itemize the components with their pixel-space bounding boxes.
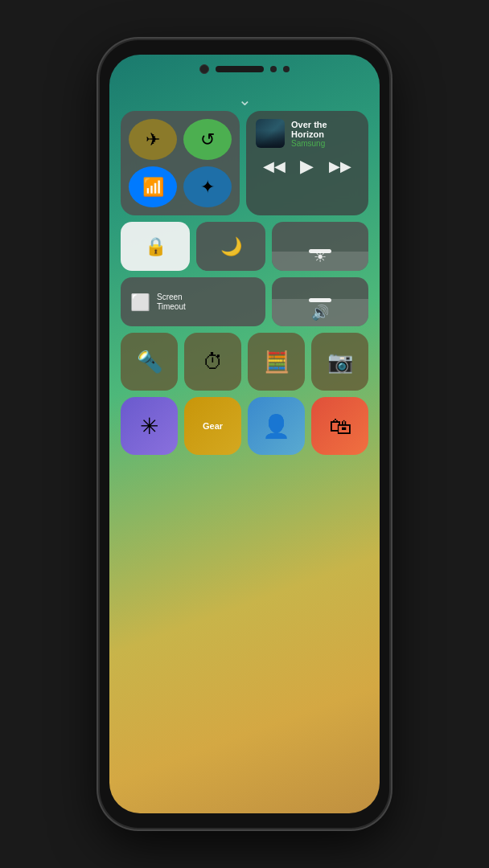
chevron-down-icon[interactable]: ⌄ bbox=[238, 90, 252, 109]
utilities-row: 🔦 ⏱ 🧮 📷 bbox=[121, 333, 368, 391]
timer-icon: ⏱ bbox=[203, 350, 224, 375]
top-row: ✈ ↺ 📶 ✦ bbox=[121, 111, 368, 215]
phone-device: ⌄ ✈ ↺ 📶 ✦ bbox=[100, 40, 389, 828]
sliders-panel: ☀ 🔊 bbox=[272, 222, 368, 326]
galaxy-icon: 👤 bbox=[262, 413, 290, 440]
calculator-icon: 🧮 bbox=[264, 350, 290, 375]
volume-handle[interactable] bbox=[309, 298, 331, 302]
screen-timeout-button[interactable]: ⬜ Screen Timeout bbox=[121, 277, 265, 326]
lock-rotate-button[interactable]: 🔒 bbox=[121, 222, 190, 271]
lock-rotate-icon: 🔒 bbox=[145, 236, 166, 257]
airplane-icon: ✈ bbox=[146, 129, 160, 150]
apps-row: ✳ Gear 👤 🛍 bbox=[121, 397, 368, 455]
flashlight-button[interactable]: 🔦 bbox=[121, 333, 178, 391]
bixby-icon: ✳ bbox=[140, 413, 158, 440]
volume-icon: 🔊 bbox=[311, 304, 329, 321]
gear-app-label: Gear bbox=[203, 421, 223, 431]
middle-row: 🔒 🌙 ⬜ Screen Timeout ☀ bbox=[121, 222, 368, 326]
phone-top-bar bbox=[109, 55, 380, 84]
flashlight-icon: 🔦 bbox=[137, 350, 162, 375]
media-play-button[interactable]: ▶ bbox=[295, 154, 318, 178]
media-controls: ◀◀ ▶ ▶▶ bbox=[256, 154, 359, 178]
media-thumbnail bbox=[256, 119, 285, 148]
galaxy-app-button[interactable]: 👤 bbox=[248, 397, 305, 455]
gear-app-button[interactable]: Gear bbox=[184, 397, 241, 455]
media-prev-button[interactable]: ◀◀ bbox=[258, 156, 290, 177]
bixby-app-button[interactable]: ✳ bbox=[121, 397, 178, 455]
brightness-icon: ☀ bbox=[314, 248, 327, 266]
galaxy-store-button[interactable]: 🛍 bbox=[311, 397, 368, 455]
connectivity-panel: ✈ ↺ 📶 ✦ bbox=[121, 111, 240, 215]
wifi-icon: 📶 bbox=[142, 177, 164, 198]
airplane-mode-button[interactable]: ✈ bbox=[129, 119, 177, 160]
quick-toggles: 🔒 🌙 ⬜ Screen Timeout bbox=[121, 222, 265, 326]
media-title: Over the Horizon bbox=[291, 120, 359, 139]
camera-button[interactable]: 📷 bbox=[311, 333, 368, 391]
brightness-slider[interactable]: ☀ bbox=[272, 222, 368, 271]
calculator-button[interactable]: 🧮 bbox=[248, 333, 305, 391]
screen-timeout-label: Screen Timeout bbox=[157, 293, 186, 312]
media-top: Over the Horizon Samsung bbox=[256, 119, 359, 148]
timer-button[interactable]: ⏱ bbox=[184, 333, 241, 391]
bluetooth-icon: ✦ bbox=[200, 177, 215, 198]
media-next-button[interactable]: ▶▶ bbox=[324, 156, 356, 177]
screen-timeout-icon: ⬜ bbox=[130, 293, 150, 312]
phone-screen: ⌄ ✈ ↺ 📶 ✦ bbox=[109, 55, 380, 813]
bluetooth-button[interactable]: ✦ bbox=[183, 166, 232, 207]
media-info: Over the Horizon Samsung bbox=[291, 120, 359, 148]
rotation-icon: ↺ bbox=[200, 129, 215, 150]
sensor-icon bbox=[270, 66, 277, 72]
wifi-button[interactable]: 📶 bbox=[129, 166, 177, 207]
control-center: ✈ ↺ 📶 ✦ bbox=[121, 111, 368, 797]
store-icon: 🛍 bbox=[329, 413, 351, 440]
media-artist: Samsung bbox=[291, 139, 359, 148]
night-mode-icon: 🌙 bbox=[220, 236, 242, 257]
camera-icon: 📷 bbox=[327, 350, 353, 375]
front-camera-icon bbox=[199, 64, 209, 74]
media-player-panel: Over the Horizon Samsung ◀◀ ▶ ▶▶ bbox=[246, 111, 368, 215]
sensor2-icon bbox=[283, 66, 290, 72]
camera-notch bbox=[199, 64, 290, 74]
volume-slider[interactable]: 🔊 bbox=[272, 277, 368, 326]
speaker-grille bbox=[216, 66, 264, 72]
night-mode-button[interactable]: 🌙 bbox=[196, 222, 265, 271]
rotation-lock-button[interactable]: ↺ bbox=[183, 119, 232, 160]
